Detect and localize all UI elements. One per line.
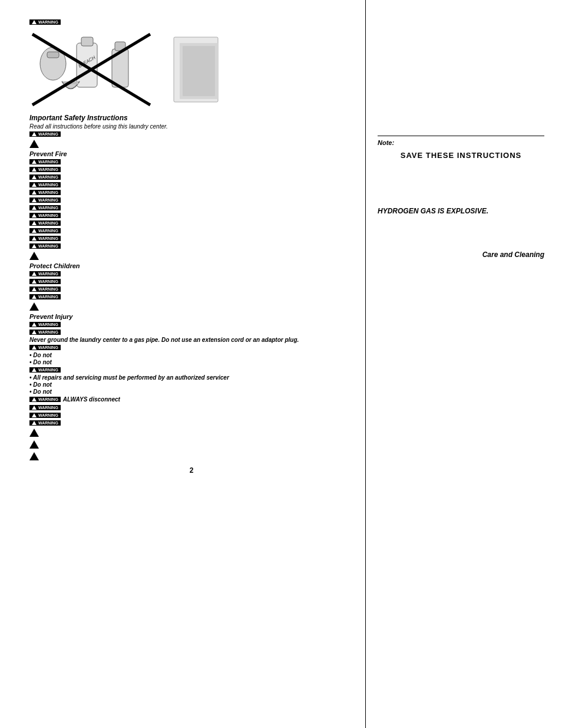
warning-16: WARNING	[29, 344, 353, 351]
warning-10: WARNING	[29, 228, 353, 234]
door-image	[171, 34, 224, 105]
warning-19: WARNING	[29, 412, 353, 419]
warning-3: WARNING	[29, 174, 353, 180]
note-label: Note:	[378, 139, 394, 146]
warning-prevent-injury: WARNING	[29, 321, 353, 328]
warning-never-ground-badge: WARNING	[29, 329, 353, 335]
always-disconnect-row: WARNING ALWAYS disconnect	[29, 396, 353, 403]
warning-1: WARNING	[29, 131, 353, 137]
left-column: WARNING BLEACH	[0, 0, 365, 728]
warning-protect-children: WARNING	[29, 271, 353, 277]
svg-rect-3	[81, 37, 93, 46]
right-column: Note: SAVE THESE INSTRUCTIONS HYDROGEN G…	[365, 0, 562, 728]
warning-prevent-fire: WARNING	[29, 159, 353, 165]
safety-instructions-title: Important Safety Instructions	[29, 114, 353, 122]
do-not-1: • Do not	[29, 352, 353, 358]
images-row: BLEACH	[29, 31, 353, 108]
page-number: 2	[29, 466, 353, 475]
top-warning: WARNING	[29, 19, 353, 25]
warning-15: WARNING	[29, 294, 353, 300]
warning-7: WARNING	[29, 205, 353, 211]
read-all-text: Read all instructions before using this …	[29, 123, 353, 130]
warning-triangle-6	[29, 451, 353, 462]
warning-14: WARNING	[29, 286, 353, 292]
warning-triangle-5	[29, 439, 353, 450]
warning-6: WARNING	[29, 197, 353, 203]
warning-triangle-3	[29, 301, 353, 312]
warning-17: WARNING	[29, 367, 353, 373]
warning-triangle-2	[29, 251, 353, 261]
warning-triangle-1	[29, 139, 353, 149]
care-cleaning: Care and Cleaning	[378, 251, 544, 259]
protect-children-label: Protect Children	[29, 262, 353, 269]
warning-badge-top: WARNING	[29, 19, 61, 25]
always-disconnect-text: ALWAYS disconnect	[63, 396, 120, 403]
prevent-injury-label: Prevent Injury	[29, 313, 353, 320]
warning-5: WARNING	[29, 189, 353, 196]
do-not-2: • Do not	[29, 359, 353, 365]
all-repairs-text: • All repairs and servicing must be perf…	[29, 374, 353, 381]
note-section: Note:	[378, 136, 544, 146]
warning-9: WARNING	[29, 220, 353, 226]
never-ground-text: Never ground the laundry center to a gas…	[29, 337, 353, 343]
warning-13: WARNING	[29, 278, 353, 285]
do-not-3: • Do not	[29, 381, 353, 388]
warning-11: WARNING	[29, 235, 353, 242]
do-not-4: • Do not	[29, 388, 353, 395]
warning-triangle-4	[29, 427, 353, 438]
warning-2: WARNING	[29, 166, 353, 173]
warning-8: WARNING	[29, 212, 353, 219]
warning-20: WARNING	[29, 420, 353, 426]
save-instructions: SAVE THESE INSTRUCTIONS	[378, 151, 544, 160]
svg-rect-12	[183, 46, 215, 96]
crossed-products-image: BLEACH	[29, 31, 153, 108]
svg-rect-1	[47, 52, 59, 58]
warning-12: WARNING	[29, 243, 353, 249]
hydrogen-warning: HYDROGEN GAS IS EXPLOSIVE.	[378, 207, 544, 215]
warning-4: WARNING	[29, 182, 353, 188]
prevent-fire-label: Prevent Fire	[29, 150, 353, 157]
warning-18: WARNING	[29, 404, 353, 411]
